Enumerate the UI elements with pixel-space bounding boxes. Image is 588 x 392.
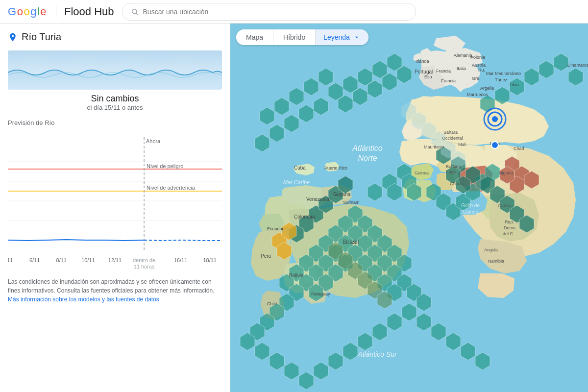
svg-text:Polonia: Polonia [470, 55, 485, 60]
svg-text:Nivel de advertencia: Nivel de advertencia [147, 185, 196, 191]
river-name: Río Turia [8, 31, 222, 43]
svg-text:Cuba: Cuba [294, 165, 306, 171]
svg-text:8/11: 8/11 [56, 257, 67, 263]
wave-chart [8, 50, 222, 90]
disclaimer: Las condiciones de inundación son aproxi… [8, 277, 222, 304]
svg-text:Ru.: Ru. [478, 68, 485, 73]
hybrid-button[interactable]: Híbrido [273, 29, 316, 45]
svg-text:16/11: 16/11 [174, 257, 187, 263]
svg-text:Paraguay: Paraguay [311, 292, 330, 296]
svg-text:Golfo de: Golfo de [461, 203, 480, 208]
svg-text:Mar Caribe: Mar Caribe [283, 179, 310, 185]
svg-text:Angola: Angola [484, 247, 498, 252]
svg-text:del C.: del C. [503, 231, 514, 236]
svg-text:Libia: Libia [510, 82, 519, 87]
atlantic-norte-label: Atlántico [352, 144, 382, 152]
svg-text:Portugal: Portugal [415, 69, 433, 74]
svg-text:Venezuela: Venezuela [306, 196, 329, 202]
status-label: Sin cambios [8, 94, 222, 104]
svg-text:Austria: Austria [472, 63, 486, 68]
svg-text:Guinea: Guinea [463, 209, 479, 215]
svg-text:18/11: 18/11 [203, 257, 217, 263]
svg-text:4/11: 4/11 [8, 257, 13, 263]
svg-text:Namibia: Namibia [488, 259, 504, 264]
location-dot [491, 142, 498, 148]
svg-text:12/11: 12/11 [108, 257, 122, 263]
search-icon [130, 7, 139, 16]
svg-text:Francia: Francia [441, 78, 456, 83]
svg-text:Puerto Rico: Puerto Rico [324, 166, 347, 171]
svg-text:Irlanda: Irlanda [416, 59, 429, 64]
google-logo: Google [8, 5, 46, 18]
map-location-pin [484, 108, 506, 130]
map-area[interactable]: Mapa Híbrido Leyenda [230, 24, 588, 392]
svg-text:Dinamarca: Dinamarca [567, 63, 588, 68]
svg-text:Bolivia: Bolivia [289, 273, 304, 278]
svg-text:Guinea: Guinea [415, 171, 429, 175]
svg-text:Perú: Perú [261, 253, 271, 259]
svg-text:Argelia: Argelia [480, 86, 494, 91]
svg-text:Ghana: Ghana [450, 181, 463, 186]
svg-text:Rep.: Rep. [505, 220, 514, 224]
svg-text:Nivel de peligro: Nivel de peligro [147, 163, 183, 169]
svg-text:Brasil: Brasil [343, 238, 359, 245]
svg-text:Demo.: Demo. [504, 225, 517, 230]
svg-text:Occidental: Occidental [442, 136, 463, 141]
search-input[interactable] [143, 8, 408, 16]
location-pin-icon [8, 32, 18, 42]
header: Google Flood Hub [0, 0, 588, 24]
svg-text:11 horas: 11 horas [134, 264, 155, 270]
app-title: Flood Hub [56, 5, 114, 18]
legend-button[interactable]: Leyenda [316, 29, 368, 45]
svg-text:Alemania: Alemania [454, 53, 472, 58]
chevron-down-icon [353, 33, 361, 41]
svg-text:Norte: Norte [358, 154, 377, 162]
disclaimer-link[interactable]: Más información sobre los modelos y las … [8, 296, 159, 303]
svg-text:Gabón: Gabón [498, 203, 511, 208]
svg-text:Ecuador: Ecuador [267, 226, 284, 231]
svg-text:Marruecos: Marruecos [467, 92, 488, 97]
svg-text:Sahara: Sahara [443, 130, 458, 135]
svg-text:Mauritania: Mauritania [424, 145, 444, 149]
main-layout: Río Turia Sin cambios el día 15/11 o [0, 24, 588, 392]
svg-text:Colombia: Colombia [294, 214, 315, 220]
svg-text:Malí: Malí [458, 142, 467, 147]
svg-text:Francia: Francia [436, 69, 451, 74]
svg-text:Surinam: Surinam [343, 200, 360, 205]
svg-text:dentro de: dentro de [133, 257, 155, 263]
map-controls: Mapa Híbrido Leyenda [236, 29, 368, 45]
svg-text:Túnez: Túnez [495, 77, 508, 82]
svg-text:Italia: Italia [457, 66, 466, 71]
svg-text:Atlántico Sur: Atlántico Sur [357, 350, 397, 358]
svg-text:6/11: 6/11 [29, 257, 40, 263]
svg-text:Gre.: Gre. [472, 76, 481, 81]
svg-text:Chad: Chad [514, 146, 524, 151]
svg-text:Faso: Faso [446, 170, 456, 174]
svg-text:Mar Mediterráneo: Mar Mediterráneo [486, 71, 521, 76]
status-sub: el día 15/11 o antes [8, 104, 222, 111]
search-bar[interactable] [122, 3, 416, 21]
svg-text:Nigeria: Nigeria [499, 171, 513, 175]
svg-text:Chile: Chile [267, 301, 277, 306]
svg-text:Burkina: Burkina [446, 164, 461, 169]
section-title: Previsión de Río [8, 119, 222, 126]
left-panel: Río Turia Sin cambios el día 15/11 o [0, 24, 230, 392]
svg-text:Guyana: Guyana [333, 192, 350, 197]
svg-text:Ahora: Ahora [146, 138, 161, 144]
map-button[interactable]: Mapa [236, 29, 273, 45]
svg-text:10/11: 10/11 [81, 257, 95, 263]
forecast-chart: Ahora Nivel de peligro Nivel de adverten… [8, 132, 222, 270]
svg-text:Esp: Esp [424, 74, 432, 79]
svg-point-208 [492, 116, 498, 122]
